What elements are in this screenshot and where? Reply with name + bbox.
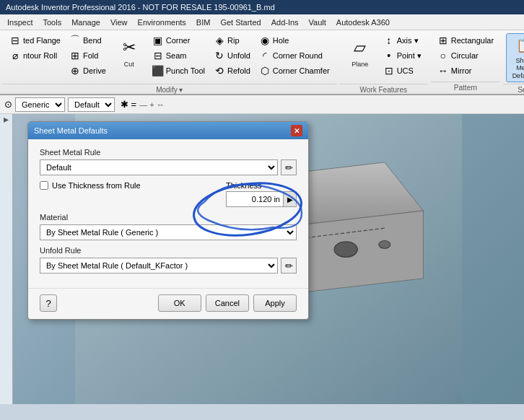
ribbon-btn-refold[interactable]: ⟲ Refold — [210, 64, 254, 78]
ribbon-col-bfd: ⊟ ted Flange ⌀ ntour Roll — [6, 33, 64, 63]
ribbon-btn-derive[interactable]: ⊕ Derive — [66, 64, 110, 78]
sheet-metal-rule-row: Default ✏ — [40, 159, 297, 175]
ribbon-col-hole: ◉ Hole ◜ Corner Round ⬡ Corner Chamfer — [256, 33, 333, 78]
cut-icon: ✂ — [118, 36, 141, 59]
ribbon-btn-corner-round[interactable]: ◜ Corner Round — [256, 48, 333, 63]
dialog-title: Sheet Metal Defaults — [34, 126, 108, 135]
ribbon-group-work-features: ▱ Plane ↕ Axis ▾ • Point ▾ ⊡ UCS Work Fe… — [339, 32, 428, 93]
punch-tool-icon: ⬛ — [152, 65, 164, 76]
thickness-input[interactable] — [226, 191, 284, 207]
use-thickness-checkbox[interactable] — [40, 181, 48, 190]
ribbon-btn-circular[interactable]: ○ Circular — [434, 48, 497, 63]
ribbon-btn-rip[interactable]: ◈ Rip — [210, 33, 254, 48]
ribbon-group-setup: 📋 Sheet Metal Defaults Setup ▾ — [503, 32, 524, 93]
ribbon-btn-sheet-metal-defaults[interactable]: 📋 Sheet Metal Defaults — [506, 33, 524, 82]
pattern-label: Pattern — [431, 82, 500, 93]
ribbon-col-bend: ⌒ Bend ⊞ Fold ⊕ Derive — [66, 33, 110, 78]
ribbon-col-corner: ▣ Corner ⊟ Seam ⬛ Punch Tool — [149, 33, 209, 78]
help-button[interactable]: ? — [40, 294, 57, 312]
ribbon-btn-mirror[interactable]: ↔ Mirror — [434, 64, 497, 78]
corner-seam-icon: ▣ — [152, 35, 164, 46]
unfold-rule-dropdown[interactable]: By Sheet Metal Rule ( Default_KFactor ) — [40, 258, 278, 274]
use-thickness-checkbox-row: Use Thickness from Rule — [40, 181, 141, 190]
formula-controls: — + ↔ — [139, 100, 165, 109]
sheet-metal-defaults-dialog: Sheet Metal Defaults ✕ Sheet Metal Rule … — [27, 121, 309, 320]
thickness-input-row: ▶ — [226, 191, 297, 207]
apply-button[interactable]: Apply — [253, 294, 297, 312]
ribbon-btn-axis[interactable]: ↕ Axis ▾ — [380, 33, 425, 48]
material-dropdown[interactable]: By Sheet Metal Rule ( Generic ) — [40, 224, 297, 240]
menu-view[interactable]: View — [106, 17, 132, 28]
axis-icon: ↕ — [383, 35, 395, 46]
menu-vault[interactable]: Vault — [305, 17, 331, 28]
ribbon-btn-punch-tool[interactable]: ⬛ Punch Tool — [149, 64, 209, 78]
menu-manage[interactable]: Manage — [67, 17, 105, 28]
default-select[interactable]: Default — [68, 97, 115, 112]
dialog-titlebar: Sheet Metal Defaults ✕ — [28, 122, 308, 139]
menu-autodesk-a360[interactable]: Autodesk A360 — [332, 17, 394, 28]
ribbon-btn-ucs[interactable]: ⊡ UCS — [380, 64, 425, 78]
unfold-rule-label: Unfold Rule — [40, 246, 297, 255]
refold-icon: ⟲ — [214, 65, 225, 76]
generic-select[interactable]: Generic — [15, 97, 65, 112]
modify-group-label: Modify ▾ — [3, 84, 336, 95]
use-thickness-label: Use Thickness from Rule — [52, 181, 141, 190]
thickness-arrow-button[interactable]: ▶ — [284, 191, 297, 207]
dialog-close-button[interactable]: ✕ — [291, 125, 302, 136]
main-area: ◀ — [0, 114, 524, 404]
unfold-rule-edit-button[interactable]: ✏ — [281, 258, 297, 274]
bend-icon: ⌒ — [69, 35, 81, 46]
ribbon-btn-corner-seam-2[interactable]: ⊟ Seam — [149, 48, 209, 63]
contour-roll-icon: ⌀ — [9, 50, 21, 61]
mirror-icon: ↔ — [437, 65, 449, 76]
fold-icon: ⊞ — [69, 50, 81, 61]
ribbon-btn-unfold[interactable]: ↻ Unfold — [210, 48, 254, 63]
dialog-buttons: ? OK Cancel Apply — [28, 288, 308, 319]
sheet-metal-defaults-icon: 📋 — [512, 36, 524, 56]
help-icon: ? — [45, 298, 51, 309]
setup-label: Setup ▾ — [503, 84, 524, 103]
ribbon-btn-corner-chamfer[interactable]: ⬡ Corner Chamfer — [256, 64, 333, 78]
unfold-icon: ↻ — [214, 50, 225, 61]
ribbon-btn-plane[interactable]: ▱ Plane — [342, 33, 378, 82]
title-text: Autodesk Inventor Professional 2016 - NO… — [6, 3, 275, 12]
ribbon-btn-contour-roll[interactable]: ⌀ ntour Roll — [6, 48, 64, 63]
circular-icon: ○ — [437, 50, 449, 61]
derive-icon: ⊕ — [69, 65, 81, 76]
menu-tools[interactable]: Tools — [38, 17, 66, 28]
ribbon-col-rip: ◈ Rip ↻ Unfold ⟲ Refold — [210, 33, 254, 78]
sidebar-label: ◀ — [3, 117, 10, 124]
ok-button[interactable]: OK — [158, 294, 201, 312]
ribbon-btn-cut[interactable]: ✂ Cut — [111, 33, 147, 82]
sheet-metal-rule-dropdown[interactable]: Default — [40, 159, 278, 175]
sheet-metal-rule-label: Sheet Metal Rule — [40, 148, 297, 157]
rectangular-icon: ⊞ — [437, 35, 449, 46]
dialog-body: Sheet Metal Rule Default ✏ Use Thickness… — [28, 139, 308, 288]
ribbon-btn-bend[interactable]: ⌒ Bend — [66, 33, 110, 48]
menu-add-ins[interactable]: Add-Ins — [267, 17, 303, 28]
ribbon-btn-fold[interactable]: ⊞ Fold — [66, 48, 110, 63]
menu-environments[interactable]: Environments — [134, 17, 191, 28]
ribbon-btn-ted-flange[interactable]: ⊟ ted Flange — [6, 33, 64, 48]
corner-chamfer-icon: ⬡ — [259, 65, 271, 76]
menu-inspect[interactable]: Inspect — [3, 17, 37, 28]
menu-bim[interactable]: BIM — [192, 17, 215, 28]
formula-icon: ✱ = — [121, 99, 136, 110]
left-sidebar: ◀ — [0, 114, 13, 404]
ribbon-col-work-features: ↕ Axis ▾ • Point ▾ ⊡ UCS — [380, 33, 425, 78]
material-row: By Sheet Metal Rule ( Generic ) — [40, 224, 297, 240]
menu-get-started[interactable]: Get Started — [216, 17, 265, 28]
hole-icon: ◉ — [259, 35, 271, 46]
title-bar: Autodesk Inventor Professional 2016 - NO… — [0, 0, 524, 14]
menu-bar: Inspect Tools Manage View Environments B… — [0, 14, 524, 30]
cancel-button[interactable]: Cancel — [206, 294, 249, 312]
ribbon-btn-point[interactable]: • Point ▾ — [380, 48, 425, 63]
material-label: Material — [40, 213, 297, 222]
checkbox-thickness-row: Use Thickness from Rule Thickness ▶ — [40, 181, 297, 207]
ribbon-btn-rectangular[interactable]: ⊞ Rectangular — [434, 33, 497, 48]
ribbon-btn-hole[interactable]: ◉ Hole — [256, 33, 333, 48]
sheet-metal-rule-edit-button[interactable]: ✏ — [281, 159, 297, 175]
viewport: Sheet Metal Defaults ✕ Sheet Metal Rule … — [13, 114, 524, 404]
ribbon-btn-corner-seam[interactable]: ▣ Corner — [149, 33, 209, 48]
dialog-overlay: Sheet Metal Defaults ✕ Sheet Metal Rule … — [13, 114, 524, 404]
